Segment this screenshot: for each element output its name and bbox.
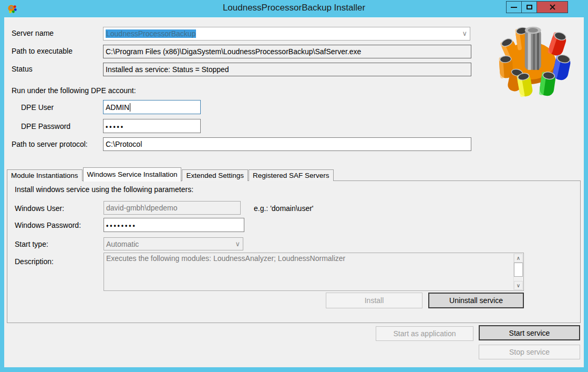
caption-buttons bbox=[507, 1, 568, 13]
windows-password-input[interactable]: •••••••• bbox=[104, 218, 244, 232]
protocol-path-label: Path to server protocol: bbox=[12, 140, 88, 148]
close-button[interactable] bbox=[537, 1, 568, 13]
description-label: Description: bbox=[15, 257, 54, 266]
install-button: Install bbox=[326, 293, 422, 308]
chevron-down-icon: ∨ bbox=[235, 240, 240, 247]
digasystem-logo bbox=[497, 22, 576, 98]
client-area: Server name LoudnessProcessorBackup ∨ Pa… bbox=[4, 17, 584, 367]
status-value: Installed as service: Status = Stopped bbox=[106, 65, 229, 74]
scroll-down-icon[interactable]: ∨ bbox=[514, 281, 523, 290]
tab-module-instantiations[interactable]: Module Instantiations bbox=[7, 169, 82, 181]
stop-service-button: Stop service bbox=[479, 345, 580, 359]
chevron-down-icon[interactable]: ∨ bbox=[462, 30, 467, 37]
description-scrollbar[interactable]: ∧ ∨ bbox=[513, 254, 523, 290]
minimize-button[interactable] bbox=[506, 1, 522, 13]
description-textarea: Executes the following modules: Loudness… bbox=[104, 253, 524, 291]
close-icon bbox=[549, 4, 556, 11]
start-service-button[interactable]: Start service bbox=[479, 325, 580, 340]
protocol-path-value: C:\Protocol bbox=[106, 140, 142, 148]
dpe-password-label: DPE Password bbox=[21, 122, 70, 130]
minimize-icon bbox=[511, 7, 517, 8]
start-type-label: Start type: bbox=[15, 240, 48, 248]
maximize-button[interactable] bbox=[521, 1, 537, 13]
description-value: Executes the following modules: Loudness… bbox=[106, 254, 345, 263]
path-executable-field: C:\Program Files (x86)\DigaSystem\Loudne… bbox=[103, 45, 471, 58]
tab-extended-settings[interactable]: Extended Settings bbox=[182, 169, 248, 181]
start-type-combobox: Automatic ∨ bbox=[104, 237, 243, 250]
windows-user-label: Windows User: bbox=[15, 204, 64, 213]
dpe-user-input[interactable]: ADMIN bbox=[103, 100, 201, 114]
windows-user-value: david-gmbh\dpedemo bbox=[106, 204, 177, 212]
scroll-up-icon[interactable]: ∧ bbox=[514, 254, 523, 263]
path-executable-value: C:\Program Files (x86)\DigaSystem\Loudne… bbox=[106, 47, 361, 56]
text-caret bbox=[130, 103, 130, 112]
uninstall-service-button[interactable]: Uninstall service bbox=[428, 293, 524, 308]
maximize-icon bbox=[527, 5, 532, 9]
tab-registered-saf-servers[interactable]: Registered SAF Servers bbox=[249, 169, 334, 181]
status-field: Installed as service: Status = Stopped bbox=[103, 63, 471, 76]
title-bar: LoudnessProcessorBackup Installer bbox=[0, 0, 588, 17]
dpe-account-heading: Run under the following DPE account: bbox=[12, 86, 136, 95]
start-as-application-button: Start as application bbox=[376, 326, 473, 341]
service-install-intro: Install windows service using the follow… bbox=[15, 185, 193, 194]
tab-strip: Module Instantiations Windows Service In… bbox=[7, 167, 334, 181]
tab-windows-service-installation[interactable]: Windows Service Installation bbox=[83, 167, 182, 182]
status-label: Status bbox=[12, 65, 33, 73]
windows-user-field: david-gmbh\dpedemo bbox=[104, 201, 241, 215]
path-executable-label: Path to executable bbox=[12, 47, 73, 55]
server-name-combobox[interactable]: LoudnessProcessorBackup ∨ bbox=[103, 27, 470, 41]
server-name-value: LoudnessProcessorBackup bbox=[106, 29, 196, 38]
scrollbar-thumb[interactable] bbox=[514, 263, 523, 277]
installer-window: LoudnessProcessorBackup Installer Server… bbox=[0, 0, 588, 372]
dpe-user-value: ADMIN bbox=[106, 103, 129, 112]
dpe-user-label: DPE User bbox=[21, 103, 54, 112]
start-type-value: Automatic bbox=[106, 240, 139, 248]
windows-password-label: Windows Password: bbox=[15, 221, 81, 229]
dpe-password-value: ••••• bbox=[106, 122, 125, 130]
windows-password-value: •••••••• bbox=[106, 221, 137, 229]
windows-user-hint: e.g.: 'domain\user' bbox=[254, 204, 314, 213]
dpe-password-input[interactable]: ••••• bbox=[103, 119, 201, 133]
window-title: LoudnessProcessorBackup Installer bbox=[0, 3, 588, 13]
protocol-path-input[interactable]: C:\Protocol bbox=[103, 137, 471, 151]
server-name-label: Server name bbox=[12, 29, 54, 37]
